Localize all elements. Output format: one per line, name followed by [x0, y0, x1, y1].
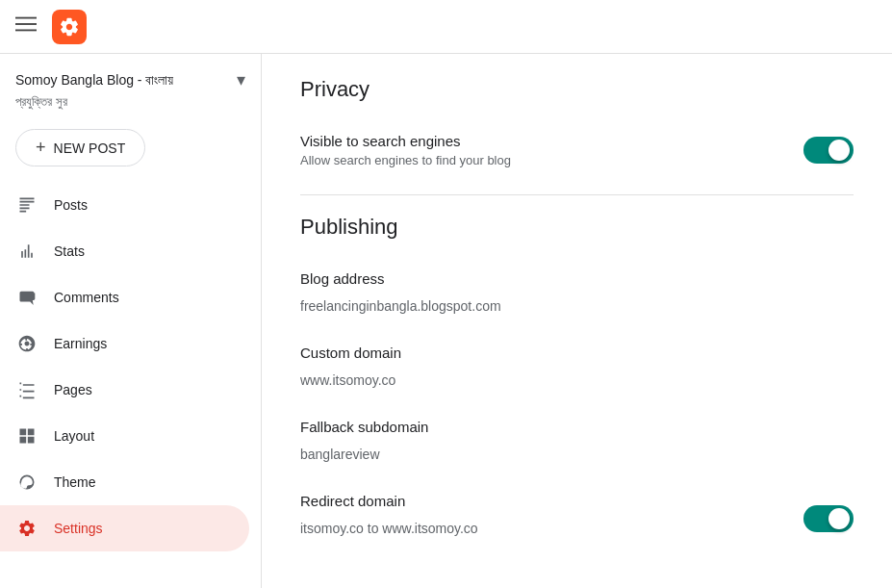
sidebar-item-posts-label: Posts [54, 197, 88, 213]
toggle-thumb [828, 140, 850, 161]
sidebar-item-settings-label: Settings [54, 521, 103, 536]
redirect-domain-value: itsomoy.co to www.itsomoy.co [300, 513, 478, 544]
sidebar-item-stats-label: Stats [54, 243, 85, 259]
blog-address-info: Blog address freelancinginbangla.blogspo… [300, 270, 501, 321]
fallback-subdomain-value: banglareview [300, 439, 428, 470]
sidebar-item-theme[interactable]: Theme [0, 459, 249, 505]
redirect-toggle[interactable] [803, 505, 854, 532]
publishing-section: Publishing Blog address freelancinginban… [300, 215, 854, 555]
stats-icon [15, 240, 38, 263]
sidebar-item-earnings-label: Earnings [54, 336, 107, 351]
earnings-icon [15, 332, 38, 355]
blog-address-label: Blog address [300, 270, 501, 287]
layout-icon [15, 424, 38, 447]
privacy-title: Privacy [300, 77, 854, 102]
blog-selector[interactable]: Somoy Bangla Blog - বাংলায় ▾ [0, 62, 261, 94]
redirect-domain-info: Redirect domain itsomoy.co to www.itsomo… [300, 493, 478, 544]
svg-rect-2 [15, 30, 37, 32]
svg-rect-0 [15, 17, 37, 19]
custom-domain-info: Custom domain www.itsomoy.co [300, 345, 401, 396]
posts-icon [15, 193, 38, 217]
blog-address-row: Blog address freelancinginbangla.blogspo… [300, 259, 854, 333]
sidebar-item-pages-label: Pages [54, 382, 92, 397]
pages-icon [15, 378, 38, 401]
menu-icon[interactable] [15, 13, 37, 39]
theme-icon [15, 471, 38, 494]
new-post-label: NEW POST [54, 141, 126, 156]
sidebar-item-theme-label: Theme [54, 474, 96, 490]
sidebar-item-posts[interactable]: Posts [0, 182, 249, 228]
visible-toggle[interactable] [803, 137, 854, 164]
sidebar-item-earnings[interactable]: Earnings [0, 320, 249, 367]
redirect-toggle-thumb [828, 508, 850, 529]
main-layout: Somoy Bangla Blog - বাংলায় ▾ প্রযুক্তির… [0, 54, 892, 588]
settings-icon [15, 517, 38, 540]
redirect-domain-label: Redirect domain [300, 493, 478, 509]
blog-subtitle: প্রযুক্তির সুর [0, 94, 261, 121]
sidebar-item-layout[interactable]: Layout [0, 413, 249, 459]
fallback-subdomain-row: Fallback subdomain banglareview [300, 407, 854, 481]
sidebar-item-comments[interactable]: Comments [0, 274, 249, 320]
privacy-section: Privacy Visible to search engines Allow … [300, 77, 854, 179]
plus-icon: + [36, 138, 46, 158]
svg-rect-1 [15, 23, 37, 25]
blogger-logo [52, 10, 87, 44]
fallback-subdomain-label: Fallback subdomain [300, 419, 428, 435]
visible-to-search-row: Visible to search engines Allow search e… [300, 121, 854, 179]
section-divider [300, 194, 854, 195]
visible-to-search-info: Visible to search engines Allow search e… [300, 133, 511, 167]
comments-icon [15, 286, 38, 309]
sidebar-item-pages[interactable]: Pages [0, 367, 249, 413]
publishing-title: Publishing [300, 215, 854, 240]
fallback-subdomain-info: Fallback subdomain banglareview [300, 419, 428, 470]
custom-domain-row: Custom domain www.itsomoy.co [300, 333, 854, 407]
custom-domain-value: www.itsomoy.co [300, 365, 401, 396]
chevron-down-icon: ▾ [237, 69, 245, 90]
sidebar-item-settings[interactable]: Settings [0, 505, 249, 551]
blog-address-value: freelancinginbangla.blogspot.com [300, 291, 501, 321]
custom-domain-label: Custom domain [300, 345, 401, 361]
visible-label: Visible to search engines [300, 133, 511, 149]
blog-title: Somoy Bangla Blog - বাংলায় [15, 72, 233, 89]
topbar [0, 0, 892, 54]
sidebar-item-layout-label: Layout [54, 428, 94, 444]
sidebar: Somoy Bangla Blog - বাংলায় ▾ প্রযুক্তির… [0, 54, 262, 588]
sidebar-item-comments-label: Comments [54, 290, 119, 305]
new-post-button[interactable]: + NEW POST [15, 129, 145, 166]
content-area: Privacy Visible to search engines Allow … [262, 54, 892, 588]
redirect-domain-row: Redirect domain itsomoy.co to www.itsomo… [300, 481, 854, 555]
sidebar-item-stats[interactable]: Stats [0, 228, 249, 274]
visible-desc: Allow search engines to find your blog [300, 153, 511, 167]
